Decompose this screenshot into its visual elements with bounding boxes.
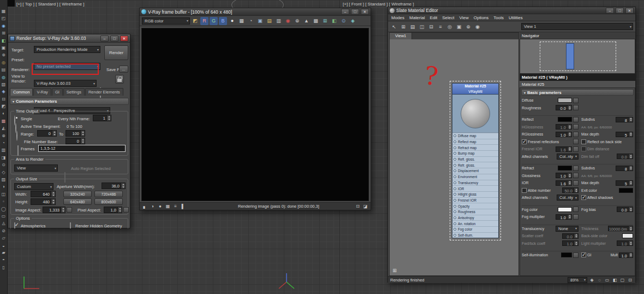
left-toolbar-icon[interactable]: ◓ bbox=[1, 257, 7, 263]
left-toolbar-icon[interactable]: ▥ bbox=[1, 147, 7, 154]
top-viewport-label[interactable]: [+] [ Top ] [ Standard ] [ Wireframe ] bbox=[16, 2, 85, 7]
render-hidden-geometry-checkbox[interactable] bbox=[70, 222, 71, 228]
vfb-status-icon[interactable]: ≡ bbox=[172, 203, 178, 209]
left-toolbar-icon[interactable]: ◍ bbox=[1, 74, 7, 81]
render-button[interactable]: Render bbox=[104, 45, 128, 60]
slate-titlebar[interactable]: Slate Material Editor bbox=[388, 7, 635, 14]
slot-connector-icon[interactable] bbox=[454, 181, 456, 184]
slot-connector-icon[interactable] bbox=[454, 228, 456, 231]
left-toolbar-icon[interactable]: ▧ bbox=[1, 81, 7, 88]
channel-select-dropdown[interactable]: RGB color bbox=[142, 17, 190, 25]
slot-connector-icon[interactable] bbox=[454, 210, 456, 213]
roughness-spinner[interactable]: 0,0 bbox=[556, 105, 572, 110]
left-toolbar-icon[interactable]: ◑ bbox=[1, 184, 7, 190]
translucency-dropdown[interactable]: None bbox=[556, 226, 579, 232]
node-slot[interactable]: Fresnel IOR bbox=[452, 197, 498, 203]
tab-vray[interactable]: V-Ray bbox=[33, 88, 51, 96]
node-slot[interactable]: Reflect map bbox=[452, 139, 498, 145]
vfb-toolbar-icon[interactable]: ◩ bbox=[191, 17, 199, 25]
dim-distance-checkbox[interactable] bbox=[581, 146, 586, 151]
backside-color-swatch[interactable] bbox=[622, 233, 633, 238]
frames-input[interactable]: 1,3,5-12 bbox=[38, 145, 126, 152]
ior-spinner[interactable]: 1,6 bbox=[556, 180, 572, 186]
fog-multiplier-map-button[interactable] bbox=[573, 214, 579, 220]
vfb-toolbar-icon[interactable]: ▩ bbox=[312, 17, 320, 25]
vfb-toolbar-icon[interactable]: ⊞ bbox=[321, 17, 329, 25]
left-toolbar-icon[interactable]: ▣ bbox=[1, 45, 7, 51]
slot-connector-icon[interactable] bbox=[454, 187, 456, 190]
node-graph[interactable]: Material #25 VRayMtl Diffuse map bbox=[390, 39, 518, 275]
slate-toolbar-icon[interactable]: ≡ bbox=[437, 23, 444, 31]
vfb-minimize-icon[interactable] bbox=[341, 9, 349, 15]
atmospherics-checkbox[interactable] bbox=[14, 222, 15, 228]
slate-maximize-icon[interactable] bbox=[616, 8, 624, 14]
slot-connector-icon[interactable] bbox=[454, 140, 456, 143]
left-toolbar-icon[interactable]: ◭ bbox=[1, 125, 7, 132]
left-toolbar-icon[interactable]: ◰ bbox=[1, 15, 7, 22]
slate-toolbar-icon[interactable]: ↖ bbox=[390, 23, 398, 31]
common-parameters-rollout[interactable]: Common Parameters bbox=[10, 98, 129, 105]
vfb-corner-icon[interactable]: ◪ bbox=[362, 203, 368, 209]
fog-color-map-button[interactable] bbox=[573, 207, 579, 212]
node-slot[interactable]: Opacity bbox=[452, 203, 498, 209]
slate-minimize-icon[interactable] bbox=[606, 8, 614, 14]
material-name-bar[interactable]: Material #25 bbox=[520, 81, 635, 87]
graph-corner-icon[interactable]: ⊞ bbox=[391, 267, 398, 274]
menu-item[interactable]: Select bbox=[442, 15, 454, 20]
node-slot[interactable]: IOR bbox=[452, 185, 498, 191]
left-toolbar-icon[interactable]: ▤ bbox=[1, 67, 7, 73]
slate-toolbar-icon[interactable]: ◫ bbox=[418, 23, 426, 31]
vfb-toolbar-icon[interactable]: ◉ bbox=[284, 17, 292, 25]
vfb-toolbar-icon[interactable]: R bbox=[200, 17, 208, 25]
reflect-back-checkbox[interactable] bbox=[581, 139, 586, 144]
save-file-browse-button[interactable]: ... bbox=[119, 66, 128, 73]
navigator-header[interactable]: Navigator bbox=[520, 32, 635, 39]
left-toolbar-icon[interactable]: ◈ bbox=[1, 89, 7, 95]
slot-connector-icon[interactable] bbox=[454, 199, 456, 202]
left-toolbar-icon[interactable]: ▰ bbox=[1, 250, 7, 256]
abbe-checkbox[interactable] bbox=[522, 188, 527, 193]
vfb-status-icon[interactable]: ◑ bbox=[150, 203, 156, 209]
slot-connector-icon[interactable] bbox=[454, 146, 456, 149]
vfb-toolbar-icon[interactable]: ◧ bbox=[330, 17, 338, 25]
material-node-header[interactable]: Material #25 VRayMtl bbox=[452, 84, 498, 95]
frames-checkbox[interactable] bbox=[17, 145, 19, 156]
left-toolbar-icon[interactable]: ⊗ bbox=[1, 133, 7, 139]
node-slot[interactable]: Hilight gloss bbox=[452, 191, 498, 197]
menu-item[interactable]: View bbox=[460, 15, 469, 20]
slot-connector-icon[interactable] bbox=[454, 164, 456, 167]
scatter-coeff-spinner[interactable]: 0,0 bbox=[562, 233, 579, 239]
node-slot[interactable]: Environment bbox=[452, 174, 498, 180]
vfb-toolbar-icon[interactable]: ⊕ bbox=[293, 17, 301, 25]
max-depth-spinner[interactable]: 5 bbox=[616, 132, 633, 137]
thickness-spinner[interactable]: 10000,0m bbox=[608, 226, 633, 231]
left-toolbar-icon[interactable]: ◩ bbox=[1, 103, 7, 110]
vfb-toolbar-icon[interactable]: ▥ bbox=[275, 17, 283, 25]
aperture-width-spinner[interactable]: 36,0 bbox=[102, 183, 126, 189]
tab-settings[interactable]: Settings bbox=[63, 88, 85, 96]
left-toolbar-icon[interactable]: ▯ bbox=[1, 264, 7, 271]
node-slot[interactable]: Refl. gloss. bbox=[452, 156, 498, 162]
target-dropdown[interactable]: Production Rendering Mode bbox=[34, 46, 100, 53]
self-illumination-map-button[interactable] bbox=[573, 252, 579, 258]
node-slot[interactable]: Diffuse map bbox=[452, 133, 498, 139]
range-from-spinner[interactable]: 0 bbox=[37, 130, 57, 137]
exit-color-swatch[interactable] bbox=[619, 188, 633, 193]
vfb-status-icon[interactable]: ▦ bbox=[165, 203, 171, 209]
vfb-toolbar-icon[interactable]: G bbox=[210, 17, 218, 25]
slot-connector-icon[interactable] bbox=[454, 175, 456, 178]
area-to-render-dropdown[interactable]: View bbox=[14, 164, 58, 172]
mult-spinner[interactable]: 1,0 bbox=[619, 252, 633, 258]
maximize-icon[interactable] bbox=[110, 36, 118, 42]
hglossiness-lock-button[interactable] bbox=[573, 124, 579, 130]
slate-toolbar-icon[interactable]: ◉ bbox=[474, 23, 481, 31]
zoom-dropdown[interactable]: 89% bbox=[568, 277, 587, 283]
left-toolbar-icon[interactable]: ◐ bbox=[1, 110, 7, 117]
left-toolbar-icon[interactable]: ⊟ bbox=[1, 96, 7, 103]
vfb-status-icon[interactable]: ● bbox=[157, 203, 163, 209]
slate-toolbar-icon[interactable]: ⊟ bbox=[427, 23, 435, 31]
left-toolbar-icon[interactable]: ⊙ bbox=[1, 162, 7, 168]
left-toolbar-icon[interactable]: ▫ bbox=[1, 198, 7, 205]
node-slot[interactable]: Displacement bbox=[452, 168, 498, 174]
image-aspect-lock-button[interactable] bbox=[67, 207, 72, 213]
